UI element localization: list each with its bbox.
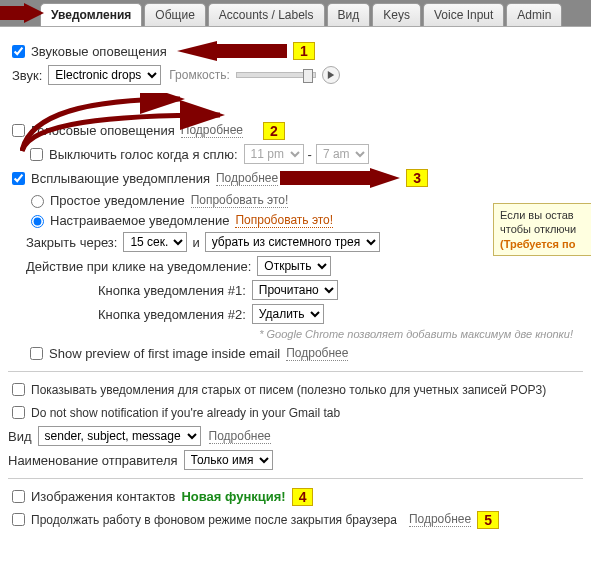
sender-name-select[interactable]: Только имя [184,450,273,470]
badge-1: 1 [293,42,315,60]
btn2-label: Кнопка уведомления #2: [98,307,246,322]
popup-more-link[interactable]: Подробнее [216,171,278,186]
sound-select-label: Звук: [12,68,42,83]
close-after-select[interactable]: 15 сек. [123,232,187,252]
badge-2: 2 [263,122,285,140]
badge-3: 3 [406,169,428,187]
contact-images-label: Изображения контактов [31,489,175,504]
background-label: Продолжать работу в фоновом режиме после… [31,513,397,527]
tab-notifications[interactable]: Уведомления [40,3,142,26]
no-notif-tab-label: Do not show notification if you're alrea… [31,406,340,420]
custom-label: Настраиваемое уведомление [50,213,229,228]
custom-try-link[interactable]: Попробовать это! [235,213,333,228]
popup-enable-label: Всплывающие уведомпления [31,171,210,186]
tab-accounts[interactable]: Accounts / Labels [208,3,325,26]
simple-radio[interactable] [31,195,44,208]
tab-admin[interactable]: Admin [506,3,562,26]
view-select[interactable]: sender, subject, message [38,426,201,446]
mute-to-select[interactable]: 7 am [316,144,369,164]
tab-view[interactable]: Вид [327,3,371,26]
volume-slider[interactable] [236,72,316,78]
sound-select[interactable]: Electronic drops [48,65,161,85]
play-button[interactable] [322,66,340,84]
svg-marker-4 [280,168,400,188]
contact-images-checkbox[interactable] [12,490,25,503]
tab-voice[interactable]: Voice Input [423,3,504,26]
simple-try-link[interactable]: Попробовать это! [191,193,289,208]
view-more-link[interactable]: Подробнее [209,429,271,444]
click-action-select[interactable]: Открыть [257,256,331,276]
volume-label: Громкость: [169,68,230,82]
svg-marker-0 [0,3,44,23]
view-label: Вид [8,429,32,444]
content-area: Звуковые оповещения 1 Звук: Electronic d… [0,27,591,543]
new-feature-label: Новая функция! [181,489,285,504]
click-action-label: Действие при клике на уведомление: [26,259,251,274]
arrow-3 [280,168,400,188]
tray-action-select[interactable]: убрать из системного трея [205,232,380,252]
tab-bar: Уведомления Общие Accounts / Labels Вид … [0,0,591,27]
simple-label: Простое уведомление [50,193,185,208]
btn1-select[interactable]: Прочитано [252,280,338,300]
background-checkbox[interactable] [12,513,25,526]
show-preview-label: Show preview of first image inside email [49,346,280,361]
voice-enable-checkbox[interactable] [12,124,25,137]
mute-sleep-checkbox[interactable] [30,148,43,161]
old-mail-label: Показывать уведомления для старых от пис… [31,383,546,397]
sound-enable-checkbox[interactable] [12,45,25,58]
background-more-link[interactable]: Подробнее [409,512,471,527]
and-label: и [192,235,199,250]
mute-from-select[interactable]: 11 pm [244,144,304,164]
btn2-select[interactable]: Удалить [252,304,324,324]
play-icon [327,71,335,79]
sound-enable-label: Звуковые оповещения [31,44,167,59]
mute-sleep-label: Выключить голос когда я сплю: [49,147,238,162]
tab-general[interactable]: Общие [144,3,205,26]
custom-radio[interactable] [31,215,44,228]
badge-4: 4 [292,488,314,506]
svg-marker-1 [177,41,287,61]
show-preview-more[interactable]: Подробнее [286,346,348,361]
chrome-note: * Google Chrome позволяет добавить макси… [259,328,573,340]
tab-keys[interactable]: Keys [372,3,421,26]
badge-5: 5 [477,511,499,529]
no-notif-tab-checkbox[interactable] [12,406,25,419]
btn1-label: Кнопка уведомления #1: [98,283,246,298]
divider-1 [8,371,583,372]
divider-2 [8,478,583,479]
close-after-label: Закрыть через: [26,235,117,250]
voice-enable-label: Голосовые оповещения [31,123,175,138]
arrow-1 [177,41,287,61]
show-preview-checkbox[interactable] [30,347,43,360]
old-mail-checkbox[interactable] [12,383,25,396]
popup-enable-checkbox[interactable] [12,172,25,185]
voice-more-link[interactable]: Подробнее [181,123,243,138]
tooltip-box: Если вы остав чтобы отключи (Требуется п… [493,203,591,256]
arrow-to-tab [0,3,44,23]
svg-marker-2 [328,71,334,79]
sender-name-label: Наименование отправителя [8,453,178,468]
